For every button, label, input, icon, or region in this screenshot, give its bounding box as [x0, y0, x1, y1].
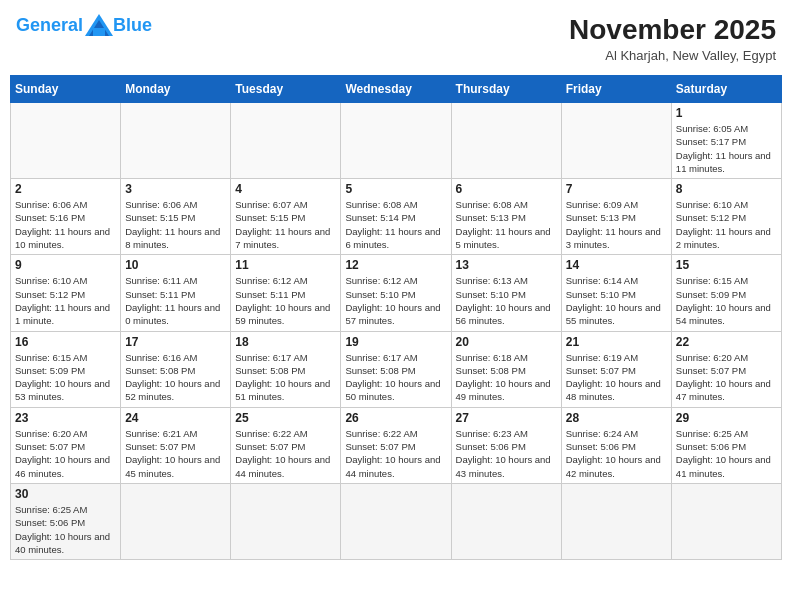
day-header-saturday: Saturday: [671, 76, 781, 103]
calendar-cell: 3Sunrise: 6:06 AMSunset: 5:15 PMDaylight…: [121, 179, 231, 255]
calendar-cell: 28Sunrise: 6:24 AMSunset: 5:06 PMDayligh…: [561, 407, 671, 483]
cell-info: Sunrise: 6:06 AMSunset: 5:16 PMDaylight:…: [15, 198, 116, 251]
cell-date-number: 4: [235, 182, 336, 196]
cell-info: Sunrise: 6:24 AMSunset: 5:06 PMDaylight:…: [566, 427, 667, 480]
cell-info: Sunrise: 6:11 AMSunset: 5:11 PMDaylight:…: [125, 274, 226, 327]
calendar-cell: 4Sunrise: 6:07 AMSunset: 5:15 PMDaylight…: [231, 179, 341, 255]
calendar-cell: 22Sunrise: 6:20 AMSunset: 5:07 PMDayligh…: [671, 331, 781, 407]
calendar-cell: [451, 103, 561, 179]
week-row-1: 2Sunrise: 6:06 AMSunset: 5:16 PMDaylight…: [11, 179, 782, 255]
cell-info: Sunrise: 6:09 AMSunset: 5:13 PMDaylight:…: [566, 198, 667, 251]
calendar-cell: 7Sunrise: 6:09 AMSunset: 5:13 PMDaylight…: [561, 179, 671, 255]
calendar-cell: 19Sunrise: 6:17 AMSunset: 5:08 PMDayligh…: [341, 331, 451, 407]
week-row-0: 1Sunrise: 6:05 AMSunset: 5:17 PMDaylight…: [11, 103, 782, 179]
cell-date-number: 28: [566, 411, 667, 425]
week-row-3: 16Sunrise: 6:15 AMSunset: 5:09 PMDayligh…: [11, 331, 782, 407]
calendar-cell: [121, 103, 231, 179]
logo-blue-text: Blue: [113, 15, 152, 36]
calendar-cell: 5Sunrise: 6:08 AMSunset: 5:14 PMDaylight…: [341, 179, 451, 255]
calendar-cell: 8Sunrise: 6:10 AMSunset: 5:12 PMDaylight…: [671, 179, 781, 255]
cell-date-number: 24: [125, 411, 226, 425]
cell-info: Sunrise: 6:17 AMSunset: 5:08 PMDaylight:…: [235, 351, 336, 404]
calendar-cell: [561, 103, 671, 179]
cell-info: Sunrise: 6:21 AMSunset: 5:07 PMDaylight:…: [125, 427, 226, 480]
cell-info: Sunrise: 6:13 AMSunset: 5:10 PMDaylight:…: [456, 274, 557, 327]
cell-date-number: 21: [566, 335, 667, 349]
calendar-cell: 29Sunrise: 6:25 AMSunset: 5:06 PMDayligh…: [671, 407, 781, 483]
cell-date-number: 22: [676, 335, 777, 349]
cell-date-number: 13: [456, 258, 557, 272]
calendar-cell: 2Sunrise: 6:06 AMSunset: 5:16 PMDaylight…: [11, 179, 121, 255]
cell-date-number: 17: [125, 335, 226, 349]
calendar-subtitle: Al Kharjah, New Valley, Egypt: [569, 48, 776, 63]
calendar-cell: 13Sunrise: 6:13 AMSunset: 5:10 PMDayligh…: [451, 255, 561, 331]
cell-date-number: 16: [15, 335, 116, 349]
calendar-title: November 2025: [569, 14, 776, 46]
cell-info: Sunrise: 6:20 AMSunset: 5:07 PMDaylight:…: [15, 427, 116, 480]
cell-info: Sunrise: 6:06 AMSunset: 5:15 PMDaylight:…: [125, 198, 226, 251]
calendar-cell: 25Sunrise: 6:22 AMSunset: 5:07 PMDayligh…: [231, 407, 341, 483]
cell-info: Sunrise: 6:22 AMSunset: 5:07 PMDaylight:…: [345, 427, 446, 480]
calendar-table: SundayMondayTuesdayWednesdayThursdayFrid…: [10, 75, 782, 560]
cell-date-number: 10: [125, 258, 226, 272]
cell-date-number: 20: [456, 335, 557, 349]
cell-date-number: 30: [15, 487, 116, 501]
cell-info: Sunrise: 6:22 AMSunset: 5:07 PMDaylight:…: [235, 427, 336, 480]
cell-info: Sunrise: 6:23 AMSunset: 5:06 PMDaylight:…: [456, 427, 557, 480]
calendar-cell: 20Sunrise: 6:18 AMSunset: 5:08 PMDayligh…: [451, 331, 561, 407]
day-header-friday: Friday: [561, 76, 671, 103]
calendar-cell: [121, 483, 231, 559]
cell-date-number: 12: [345, 258, 446, 272]
cell-date-number: 18: [235, 335, 336, 349]
day-header-wednesday: Wednesday: [341, 76, 451, 103]
cell-date-number: 29: [676, 411, 777, 425]
cell-date-number: 2: [15, 182, 116, 196]
calendar-cell: 30Sunrise: 6:25 AMSunset: 5:06 PMDayligh…: [11, 483, 121, 559]
page-header: General Blue November 2025 Al Kharjah, N…: [10, 10, 782, 67]
day-header-sunday: Sunday: [11, 76, 121, 103]
cell-date-number: 5: [345, 182, 446, 196]
cell-info: Sunrise: 6:08 AMSunset: 5:13 PMDaylight:…: [456, 198, 557, 251]
cell-info: Sunrise: 6:19 AMSunset: 5:07 PMDaylight:…: [566, 351, 667, 404]
cell-date-number: 6: [456, 182, 557, 196]
calendar-cell: 10Sunrise: 6:11 AMSunset: 5:11 PMDayligh…: [121, 255, 231, 331]
cell-info: Sunrise: 6:12 AMSunset: 5:10 PMDaylight:…: [345, 274, 446, 327]
cell-info: Sunrise: 6:20 AMSunset: 5:07 PMDaylight:…: [676, 351, 777, 404]
svg-rect-2: [93, 28, 105, 36]
cell-date-number: 3: [125, 182, 226, 196]
cell-info: Sunrise: 6:25 AMSunset: 5:06 PMDaylight:…: [15, 503, 116, 556]
calendar-cell: [451, 483, 561, 559]
calendar-cell: 16Sunrise: 6:15 AMSunset: 5:09 PMDayligh…: [11, 331, 121, 407]
calendar-cell: [341, 103, 451, 179]
cell-info: Sunrise: 6:14 AMSunset: 5:10 PMDaylight:…: [566, 274, 667, 327]
cell-date-number: 26: [345, 411, 446, 425]
cell-info: Sunrise: 6:25 AMSunset: 5:06 PMDaylight:…: [676, 427, 777, 480]
calendar-cell: [11, 103, 121, 179]
logo-text: General: [16, 15, 83, 36]
cell-date-number: 15: [676, 258, 777, 272]
cell-info: Sunrise: 6:15 AMSunset: 5:09 PMDaylight:…: [676, 274, 777, 327]
cell-date-number: 27: [456, 411, 557, 425]
logo-general: General: [16, 15, 83, 35]
calendar-cell: 15Sunrise: 6:15 AMSunset: 5:09 PMDayligh…: [671, 255, 781, 331]
calendar-cell: 17Sunrise: 6:16 AMSunset: 5:08 PMDayligh…: [121, 331, 231, 407]
cell-info: Sunrise: 6:10 AMSunset: 5:12 PMDaylight:…: [676, 198, 777, 251]
calendar-cell: 9Sunrise: 6:10 AMSunset: 5:12 PMDaylight…: [11, 255, 121, 331]
cell-date-number: 9: [15, 258, 116, 272]
calendar-cell: [341, 483, 451, 559]
day-header-thursday: Thursday: [451, 76, 561, 103]
week-row-2: 9Sunrise: 6:10 AMSunset: 5:12 PMDaylight…: [11, 255, 782, 331]
cell-info: Sunrise: 6:08 AMSunset: 5:14 PMDaylight:…: [345, 198, 446, 251]
cell-date-number: 7: [566, 182, 667, 196]
calendar-cell: 27Sunrise: 6:23 AMSunset: 5:06 PMDayligh…: [451, 407, 561, 483]
week-row-5: 30Sunrise: 6:25 AMSunset: 5:06 PMDayligh…: [11, 483, 782, 559]
calendar-cell: 24Sunrise: 6:21 AMSunset: 5:07 PMDayligh…: [121, 407, 231, 483]
day-header-row: SundayMondayTuesdayWednesdayThursdayFrid…: [11, 76, 782, 103]
cell-info: Sunrise: 6:17 AMSunset: 5:08 PMDaylight:…: [345, 351, 446, 404]
cell-date-number: 14: [566, 258, 667, 272]
cell-info: Sunrise: 6:15 AMSunset: 5:09 PMDaylight:…: [15, 351, 116, 404]
week-row-4: 23Sunrise: 6:20 AMSunset: 5:07 PMDayligh…: [11, 407, 782, 483]
calendar-cell: [231, 483, 341, 559]
cell-date-number: 25: [235, 411, 336, 425]
calendar-cell: 12Sunrise: 6:12 AMSunset: 5:10 PMDayligh…: [341, 255, 451, 331]
